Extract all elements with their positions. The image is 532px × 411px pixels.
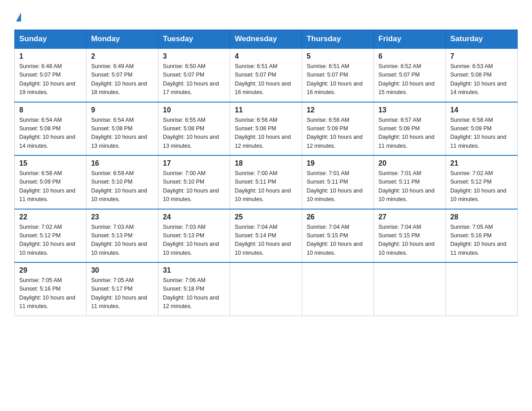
day-number: 7 <box>450 52 513 60</box>
day-number: 3 <box>163 52 225 60</box>
calendar-header-row: SundayMondayTuesdayWednesdayThursdayFrid… <box>15 30 518 49</box>
calendar-day-cell: 22 Sunrise: 7:02 AMSunset: 5:12 PMDaylig… <box>15 209 86 263</box>
calendar-day-cell <box>446 262 517 316</box>
day-number: 31 <box>163 266 225 274</box>
calendar-day-cell: 1 Sunrise: 6:48 AMSunset: 5:07 PMDayligh… <box>15 48 86 102</box>
calendar-header-cell: Saturday <box>446 30 517 49</box>
day-info: Sunrise: 6:51 AMSunset: 5:07 PMDaylight:… <box>235 62 297 97</box>
day-info: Sunrise: 7:02 AMSunset: 5:12 PMDaylight:… <box>19 223 82 258</box>
day-info: Sunrise: 7:04 AMSunset: 5:14 PMDaylight:… <box>235 223 297 258</box>
calendar-day-cell: 7 Sunrise: 6:53 AMSunset: 5:08 PMDayligh… <box>446 48 517 102</box>
calendar-day-cell: 5 Sunrise: 6:51 AMSunset: 5:07 PMDayligh… <box>302 48 373 102</box>
day-number: 2 <box>91 52 153 60</box>
day-info: Sunrise: 6:54 AMSunset: 5:08 PMDaylight:… <box>91 116 153 151</box>
calendar-day-cell: 28 Sunrise: 7:05 AMSunset: 5:16 PMDaylig… <box>446 209 517 263</box>
day-number: 24 <box>163 213 225 221</box>
day-info: Sunrise: 7:05 AMSunset: 5:16 PMDaylight:… <box>19 276 82 311</box>
calendar-day-cell: 3 Sunrise: 6:50 AMSunset: 5:07 PMDayligh… <box>158 48 230 102</box>
day-number: 13 <box>378 106 441 114</box>
day-info: Sunrise: 7:05 AMSunset: 5:17 PMDaylight:… <box>91 276 153 311</box>
day-number: 11 <box>235 106 297 114</box>
calendar-day-cell: 14 Sunrise: 6:58 AMSunset: 5:09 PMDaylig… <box>446 102 517 156</box>
day-number: 26 <box>307 213 369 221</box>
day-info: Sunrise: 7:04 AMSunset: 5:15 PMDaylight:… <box>378 223 441 258</box>
day-info: Sunrise: 7:02 AMSunset: 5:12 PMDaylight:… <box>450 169 513 204</box>
calendar-header-cell: Sunday <box>15 30 86 49</box>
calendar-day-cell: 6 Sunrise: 6:52 AMSunset: 5:07 PMDayligh… <box>374 48 446 102</box>
calendar-header-cell: Wednesday <box>230 30 302 49</box>
day-number: 27 <box>378 213 441 221</box>
calendar-header-cell: Thursday <box>302 30 373 49</box>
calendar-week-row: 1 Sunrise: 6:48 AMSunset: 5:07 PMDayligh… <box>15 48 518 102</box>
day-number: 28 <box>450 213 513 221</box>
day-info: Sunrise: 6:56 AMSunset: 5:09 PMDaylight:… <box>307 116 369 151</box>
day-info: Sunrise: 6:52 AMSunset: 5:07 PMDaylight:… <box>378 62 441 97</box>
day-info: Sunrise: 7:01 AMSunset: 5:11 PMDaylight:… <box>307 169 369 204</box>
calendar-week-row: 29 Sunrise: 7:05 AMSunset: 5:16 PMDaylig… <box>15 262 518 316</box>
calendar-table: SundayMondayTuesdayWednesdayThursdayFrid… <box>14 30 518 316</box>
day-info: Sunrise: 6:58 AMSunset: 5:09 PMDaylight:… <box>19 169 82 204</box>
calendar-day-cell: 9 Sunrise: 6:54 AMSunset: 5:08 PMDayligh… <box>86 102 158 156</box>
calendar-week-row: 22 Sunrise: 7:02 AMSunset: 5:12 PMDaylig… <box>15 209 518 263</box>
calendar-day-cell: 10 Sunrise: 6:55 AMSunset: 5:08 PMDaylig… <box>158 102 230 156</box>
day-number: 8 <box>19 106 82 114</box>
day-number: 18 <box>235 159 297 167</box>
calendar-day-cell: 15 Sunrise: 6:58 AMSunset: 5:09 PMDaylig… <box>15 155 86 209</box>
day-info: Sunrise: 6:58 AMSunset: 5:09 PMDaylight:… <box>450 116 513 151</box>
day-number: 6 <box>378 52 441 60</box>
calendar-day-cell <box>374 262 446 316</box>
calendar-day-cell: 2 Sunrise: 6:49 AMSunset: 5:07 PMDayligh… <box>86 48 158 102</box>
calendar-week-row: 8 Sunrise: 6:54 AMSunset: 5:08 PMDayligh… <box>15 102 518 156</box>
calendar-day-cell: 20 Sunrise: 7:01 AMSunset: 5:11 PMDaylig… <box>374 155 446 209</box>
calendar-header-cell: Tuesday <box>158 30 230 49</box>
calendar-day-cell: 24 Sunrise: 7:03 AMSunset: 5:13 PMDaylig… <box>158 209 230 263</box>
calendar-day-cell: 19 Sunrise: 7:01 AMSunset: 5:11 PMDaylig… <box>302 155 373 209</box>
day-info: Sunrise: 6:53 AMSunset: 5:08 PMDaylight:… <box>450 62 513 97</box>
day-info: Sunrise: 6:54 AMSunset: 5:08 PMDaylight:… <box>19 116 82 151</box>
day-info: Sunrise: 7:01 AMSunset: 5:11 PMDaylight:… <box>378 169 441 204</box>
day-info: Sunrise: 6:49 AMSunset: 5:07 PMDaylight:… <box>91 62 153 97</box>
calendar-day-cell <box>302 262 373 316</box>
day-info: Sunrise: 7:00 AMSunset: 5:10 PMDaylight:… <box>163 169 225 204</box>
day-info: Sunrise: 6:50 AMSunset: 5:07 PMDaylight:… <box>163 62 225 97</box>
calendar-day-cell: 8 Sunrise: 6:54 AMSunset: 5:08 PMDayligh… <box>15 102 86 156</box>
day-info: Sunrise: 6:59 AMSunset: 5:10 PMDaylight:… <box>91 169 153 204</box>
day-number: 10 <box>163 106 225 114</box>
day-info: Sunrise: 6:57 AMSunset: 5:09 PMDaylight:… <box>378 116 441 151</box>
day-info: Sunrise: 6:56 AMSunset: 5:08 PMDaylight:… <box>235 116 297 151</box>
day-info: Sunrise: 7:03 AMSunset: 5:13 PMDaylight:… <box>163 223 225 258</box>
calendar-day-cell: 13 Sunrise: 6:57 AMSunset: 5:09 PMDaylig… <box>374 102 446 156</box>
calendar-header-cell: Friday <box>374 30 446 49</box>
calendar-day-cell: 30 Sunrise: 7:05 AMSunset: 5:17 PMDaylig… <box>86 262 158 316</box>
day-number: 16 <box>91 159 153 167</box>
day-info: Sunrise: 6:55 AMSunset: 5:08 PMDaylight:… <box>163 116 225 151</box>
calendar-day-cell: 4 Sunrise: 6:51 AMSunset: 5:07 PMDayligh… <box>230 48 302 102</box>
calendar-day-cell: 21 Sunrise: 7:02 AMSunset: 5:12 PMDaylig… <box>446 155 517 209</box>
day-number: 14 <box>450 106 513 114</box>
calendar-day-cell: 18 Sunrise: 7:00 AMSunset: 5:11 PMDaylig… <box>230 155 302 209</box>
calendar-day-cell: 26 Sunrise: 7:04 AMSunset: 5:15 PMDaylig… <box>302 209 373 263</box>
page-header <box>14 11 518 21</box>
day-number: 1 <box>19 52 82 60</box>
day-number: 20 <box>378 159 441 167</box>
day-number: 25 <box>235 213 297 221</box>
day-number: 19 <box>307 159 369 167</box>
calendar-day-cell: 23 Sunrise: 7:03 AMSunset: 5:13 PMDaylig… <box>86 209 158 263</box>
day-number: 4 <box>235 52 297 60</box>
calendar-day-cell: 16 Sunrise: 6:59 AMSunset: 5:10 PMDaylig… <box>86 155 158 209</box>
day-info: Sunrise: 7:03 AMSunset: 5:13 PMDaylight:… <box>91 223 153 258</box>
day-info: Sunrise: 7:05 AMSunset: 5:16 PMDaylight:… <box>450 223 513 258</box>
day-number: 12 <box>307 106 369 114</box>
calendar-header-cell: Monday <box>86 30 158 49</box>
day-info: Sunrise: 6:48 AMSunset: 5:07 PMDaylight:… <box>19 62 82 97</box>
day-number: 29 <box>19 266 82 274</box>
calendar-day-cell <box>230 262 302 316</box>
calendar-day-cell: 29 Sunrise: 7:05 AMSunset: 5:16 PMDaylig… <box>15 262 86 316</box>
calendar-day-cell: 11 Sunrise: 6:56 AMSunset: 5:08 PMDaylig… <box>230 102 302 156</box>
day-number: 5 <box>307 52 369 60</box>
day-number: 15 <box>19 159 82 167</box>
logo <box>14 11 21 21</box>
day-info: Sunrise: 7:06 AMSunset: 5:18 PMDaylight:… <box>163 276 225 311</box>
day-info: Sunrise: 7:04 AMSunset: 5:15 PMDaylight:… <box>307 223 369 258</box>
day-number: 30 <box>91 266 153 274</box>
